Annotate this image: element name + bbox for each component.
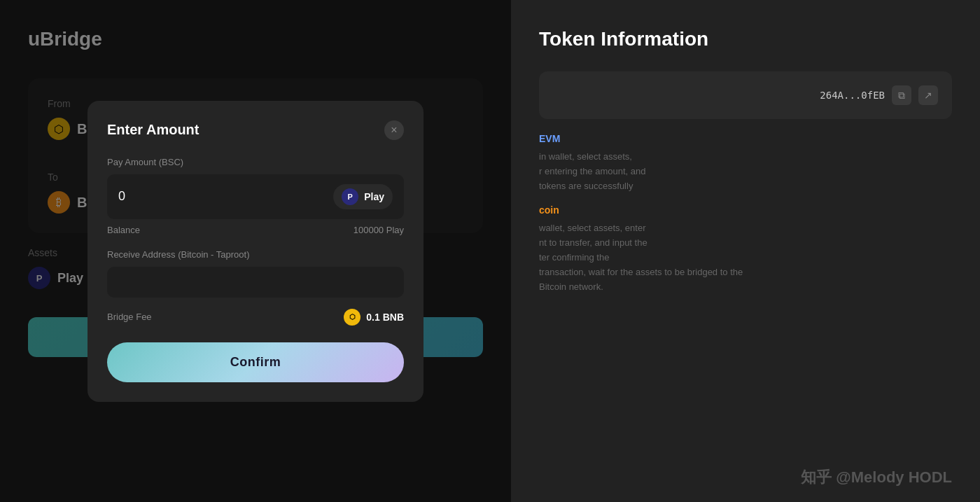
receive-address-input[interactable]	[107, 267, 404, 298]
evm-badge: EVM	[539, 133, 952, 144]
amount-input[interactable]	[118, 189, 258, 204]
modal-overlay: Enter Amount × Pay Amount (BSC) P Play B…	[0, 0, 511, 502]
bridge-fee-label: Bridge Fee	[107, 312, 152, 322]
fee-amount: 0.1 BNB	[366, 312, 404, 323]
balance-value: 100000 Play	[354, 225, 404, 235]
token-info-title: Token Information	[539, 28, 952, 50]
watermark: 知乎 @Melody HODL	[801, 467, 952, 488]
info-text-2: wallet, select assets, enter nt to trans…	[539, 221, 952, 294]
modal-close-button[interactable]: ×	[384, 120, 404, 140]
modal-title: Enter Amount	[107, 122, 199, 138]
token-name: Play	[364, 191, 384, 202]
play-token-icon: P	[342, 188, 358, 205]
bnb-icon: ⬡	[344, 309, 360, 326]
copy-icon[interactable]: ⧉	[892, 85, 911, 105]
info-text-1: in wallet, select assets, r entering the…	[539, 150, 952, 193]
enter-amount-modal: Enter Amount × Pay Amount (BSC) P Play B…	[88, 101, 424, 402]
address-text: 264A...0fEB	[820, 90, 885, 101]
pay-amount-label: Pay Amount (BSC)	[107, 157, 404, 167]
address-card: 264A...0fEB ⧉ ↗	[539, 71, 952, 119]
bitcoin-label: coin	[539, 204, 952, 216]
export-icon[interactable]: ↗	[918, 85, 938, 105]
balance-label: Balance	[107, 225, 140, 235]
receive-address-label: Receive Address (Bitcoin - Taproot)	[107, 249, 404, 260]
modal-confirm-button[interactable]: Confirm	[107, 342, 404, 382]
